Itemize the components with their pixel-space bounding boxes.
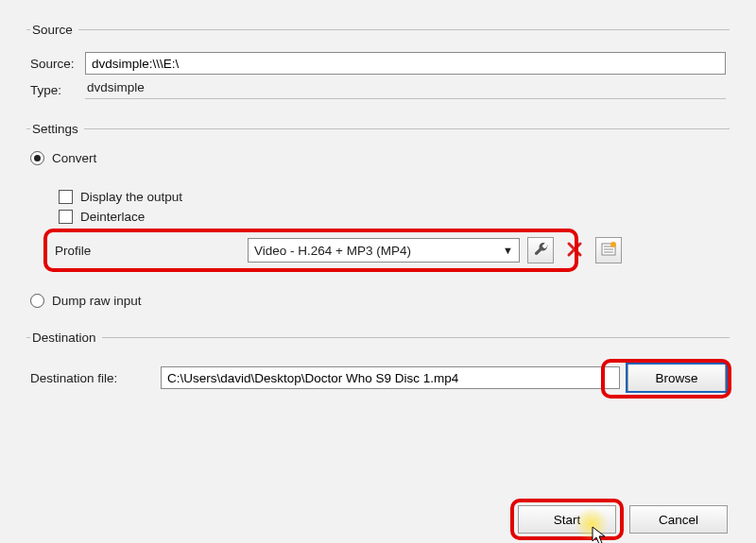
destination-file-label: Destination file: (30, 371, 153, 385)
edit-profile-button[interactable] (527, 237, 554, 263)
checkbox-icon (59, 210, 73, 224)
profile-row: Profile Video - H.264 + MP3 (MP4) ▼ (51, 237, 726, 263)
destination-file-input[interactable] (161, 366, 620, 389)
start-button-wrap: Start (518, 505, 616, 534)
convert-dialog: Source Source: Type: dvdsimple Settings … (0, 0, 756, 401)
source-group: Source Source: Type: dvdsimple (26, 23, 730, 109)
convert-radio[interactable]: Convert (30, 151, 726, 165)
chevron-down-icon: ▼ (503, 245, 513, 256)
dump-raw-radio[interactable]: Dump raw input (30, 294, 726, 308)
display-output-label: Display the output (80, 190, 182, 204)
profile-selected-value: Video - H.264 + MP3 (MP4) (254, 244, 411, 258)
radio-icon (30, 294, 44, 308)
destination-legend: Destination (30, 331, 102, 345)
profile-label: Profile (51, 244, 240, 258)
deinterlace-label: Deinterlace (80, 210, 145, 224)
profile-dropdown[interactable]: Video - H.264 + MP3 (MP4) ▼ (248, 238, 520, 263)
wrench-icon (533, 242, 548, 260)
type-value: dvdsimple (85, 80, 726, 99)
start-button[interactable]: Start (518, 505, 616, 534)
delete-profile-button[interactable] (561, 237, 588, 263)
browse-button[interactable]: Browse (627, 364, 726, 392)
settings-group: Settings Convert Display the output Dein… (26, 122, 730, 317)
source-legend: Source (30, 23, 78, 37)
deinterlace-checkbox[interactable]: Deinterlace (59, 210, 726, 224)
list-icon (601, 242, 616, 260)
destination-group: Destination Destination file: Browse (26, 331, 730, 401)
dump-raw-label: Dump raw input (52, 294, 142, 308)
settings-legend: Settings (30, 122, 84, 136)
cancel-button[interactable]: Cancel (629, 505, 728, 534)
delete-x-icon (566, 241, 583, 261)
source-input[interactable] (85, 52, 726, 75)
svg-point-4 (610, 242, 616, 247)
type-label: Type: (30, 83, 85, 97)
source-label: Source: (30, 57, 85, 71)
dialog-actions: Start Cancel (518, 505, 728, 534)
radio-icon (30, 151, 44, 165)
type-row: Type: dvdsimple (30, 80, 726, 99)
display-output-checkbox[interactable]: Display the output (59, 190, 726, 204)
checkbox-icon (59, 190, 73, 204)
source-row: Source: (30, 52, 726, 75)
convert-radio-label: Convert (52, 151, 96, 165)
new-profile-button[interactable] (595, 237, 622, 263)
destination-row: Destination file: Browse (30, 364, 726, 392)
